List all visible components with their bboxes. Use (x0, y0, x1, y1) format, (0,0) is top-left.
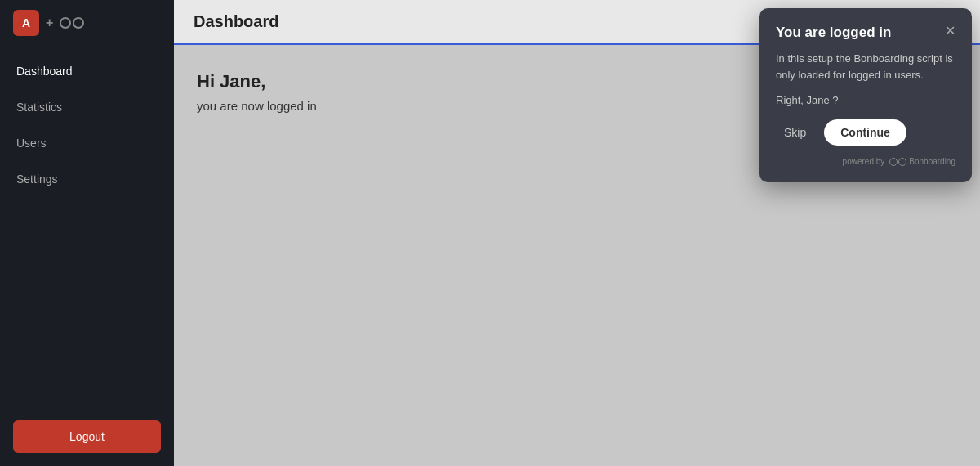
dialog-close-button[interactable]: ✕ (938, 25, 956, 38)
plus-separator: + (46, 16, 53, 30)
sidebar-item-users[interactable]: Users (0, 125, 174, 161)
onboarding-dialog: You are logged in ✕ In this setup the Bo… (760, 8, 972, 182)
dialog-header: You are logged in ✕ (776, 25, 956, 41)
app-logo-icon: A (13, 10, 39, 36)
dialog-body: In this setup the Bonboarding script is … (776, 51, 956, 83)
bon-circle-1 (889, 158, 898, 166)
page-title: Dashboard (194, 12, 278, 31)
dialog-actions: Skip Continue (776, 119, 956, 146)
dialog-title: You are logged in (776, 25, 938, 41)
sidebar-item-dashboard[interactable]: Dashboard (0, 53, 174, 89)
continue-button[interactable]: Continue (824, 119, 906, 146)
bon-circles (889, 158, 906, 166)
skip-button[interactable]: Skip (776, 121, 814, 144)
bonboarding-footer-text: Bonboarding (909, 157, 956, 166)
sidebar-logo: A + (0, 0, 174, 45)
dialog-footer: powered by Bonboarding (776, 157, 956, 166)
bonboarding-circle-1 (60, 17, 71, 29)
main-area: Dashboard J Jane Hi Jane, you are now lo… (174, 0, 980, 466)
sidebar: A + Dashboard Statistics Users Settings … (0, 0, 174, 466)
bonboarding-logo (60, 17, 84, 29)
sidebar-item-settings[interactable]: Settings (0, 161, 174, 197)
logout-button[interactable]: Logout (13, 420, 161, 453)
sidebar-item-statistics[interactable]: Statistics (0, 89, 174, 125)
sidebar-nav: Dashboard Statistics Users Settings (0, 53, 174, 407)
bonboarding-footer-logo: Bonboarding (889, 157, 956, 166)
bon-circle-2 (898, 158, 906, 166)
dialog-question: Right, Jane ? (776, 94, 956, 106)
bonboarding-circle-2 (73, 17, 84, 29)
powered-by-label: powered by (843, 157, 885, 166)
